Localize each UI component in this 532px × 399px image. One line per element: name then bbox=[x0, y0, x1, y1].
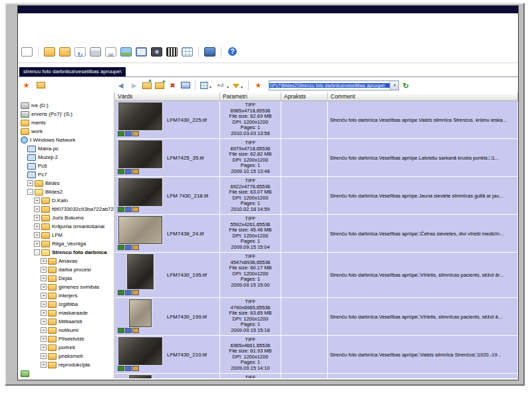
help-button[interactable] bbox=[226, 47, 239, 57]
expand-icon[interactable]: + bbox=[41, 284, 47, 290]
expand-icon[interactable]: + bbox=[34, 206, 40, 212]
expand-icon[interactable]: + bbox=[34, 241, 40, 247]
open-button[interactable] bbox=[43, 47, 56, 57]
tree-item[interactable]: +gimenes svinibas bbox=[19, 283, 114, 291]
expand-icon[interactable]: + bbox=[41, 319, 47, 325]
expand-icon[interactable]: + bbox=[41, 344, 47, 350]
print-button[interactable] bbox=[89, 47, 102, 57]
tree-item[interactable]: +darba procesi bbox=[19, 265, 114, 274]
expand-icon[interactable]: + bbox=[41, 327, 47, 333]
tree-item[interactable]: erveris (Pc7)' (S:) bbox=[19, 110, 114, 118]
back-button[interactable] bbox=[115, 80, 126, 90]
tree-item[interactable]: Pc6 bbox=[19, 162, 114, 170]
photo-thumbnail[interactable] bbox=[129, 299, 152, 327]
tree-item[interactable]: +Militaaristi bbox=[19, 317, 114, 326]
grid-button[interactable] bbox=[181, 47, 194, 57]
expand-icon[interactable]: + bbox=[41, 336, 47, 342]
photo-thumbnail[interactable] bbox=[127, 254, 154, 289]
tree-item[interactable]: ments bbox=[19, 118, 114, 127]
tree-item[interactable]: +interjers bbox=[19, 291, 114, 300]
tree-item[interactable]: +Pilseetvide bbox=[19, 334, 114, 343]
window-button[interactable] bbox=[203, 47, 216, 57]
tree-item[interactable]: +Bildes bbox=[19, 179, 114, 188]
slideshow-button[interactable] bbox=[180, 81, 191, 89]
tree-item[interactable]: +notikumi bbox=[19, 326, 114, 334]
expand-icon[interactable]: + bbox=[41, 275, 47, 281]
expand-icon[interactable]: + bbox=[34, 198, 40, 203]
export-button[interactable] bbox=[59, 47, 71, 57]
photo-thumbnail[interactable] bbox=[118, 140, 162, 168]
expand-icon[interactable]: + bbox=[34, 232, 40, 238]
forward-button[interactable] bbox=[128, 80, 140, 90]
favorites-button[interactable] bbox=[21, 80, 32, 90]
new-button[interactable] bbox=[21, 47, 33, 57]
folder-tab[interactable]: strencu foto darbniica\veseliibas apruup… bbox=[19, 67, 126, 76]
tree-item[interactable]: +maskaraade bbox=[19, 309, 114, 317]
file-row[interactable]: LFM7425_35.tifTIFF 6979x4718,65536 File … bbox=[115, 139, 518, 177]
up-button[interactable] bbox=[142, 80, 152, 90]
file-row[interactable]: TIFF 4547x6936,65536 bbox=[115, 374, 518, 378]
expand-icon[interactable]: + bbox=[41, 301, 47, 307]
expand-icon[interactable]: + bbox=[41, 362, 47, 368]
film-button[interactable] bbox=[166, 47, 178, 57]
file-row[interactable]: LFM7430_225.tifTIFF 6965x4718,65536 File… bbox=[115, 101, 518, 139]
tree-item[interactable]: +Riiga_Vecriiga bbox=[19, 239, 114, 248]
window-titlebar[interactable] bbox=[18, 6, 518, 13]
tree-item[interactable]: +Juris Bokums bbox=[19, 213, 114, 222]
column-header-vards[interactable]: Vārds bbox=[115, 92, 220, 100]
file-row[interactable]: LFM7430_210.tifTIFF 6965x4661,65536 File… bbox=[115, 336, 518, 374]
photo-thumbnail[interactable] bbox=[129, 375, 152, 378]
refresh-button[interactable] bbox=[74, 47, 86, 57]
tree-item[interactable]: +reprodukcijas bbox=[19, 360, 114, 369]
tree-item[interactable] bbox=[19, 369, 114, 378]
tree-item[interactable]: -Strencu foto darbnica bbox=[19, 248, 114, 257]
column-header-comment[interactable]: Comment bbox=[328, 92, 518, 100]
address-value[interactable]: \\Pc7\Bildes2\Strencu foto darbniica\ves… bbox=[269, 83, 390, 88]
tree-item[interactable]: work bbox=[19, 127, 114, 136]
expand-icon[interactable]: + bbox=[34, 215, 40, 221]
photo-thumbnail[interactable] bbox=[118, 337, 162, 365]
expand-icon[interactable]: + bbox=[41, 258, 47, 264]
tree-item[interactable]: Maira-pc bbox=[19, 144, 114, 153]
file-row[interactable]: LFM7438_24.tifTIFF 5592x4261,65536 File … bbox=[115, 215, 518, 253]
email-button[interactable] bbox=[104, 47, 117, 57]
address-dropdown-icon[interactable] bbox=[390, 81, 398, 90]
folders-button[interactable] bbox=[36, 81, 46, 89]
tree-item[interactable]: +portreti bbox=[19, 343, 114, 352]
expand-icon[interactable]: + bbox=[34, 223, 40, 229]
expand-icon[interactable]: + bbox=[41, 267, 47, 273]
collapse-icon[interactable]: - bbox=[27, 189, 33, 195]
file-row[interactable]: LFM7430_199.tifTIFF 4790x6965,65536 File… bbox=[115, 298, 518, 336]
filter-dropdown-button[interactable] bbox=[232, 78, 244, 92]
photo-thumbnail[interactable] bbox=[118, 178, 162, 206]
tree-item[interactable]: t Windows Network bbox=[19, 136, 114, 144]
tree-item[interactable]: ive (D:) bbox=[19, 101, 114, 110]
expand-icon[interactable]: + bbox=[27, 180, 33, 186]
expand-icon[interactable]: + bbox=[41, 293, 47, 299]
tree-item[interactable]: Muzeji-2 bbox=[19, 153, 114, 162]
collapse-icon[interactable]: - bbox=[34, 249, 40, 255]
column-header-apraksts[interactable]: Apraksts bbox=[281, 92, 328, 100]
tree-item[interactable]: +Ainavas bbox=[19, 257, 114, 265]
tree-item[interactable]: +prieksmeti bbox=[19, 352, 114, 360]
sort-dropdown-button[interactable] bbox=[215, 78, 230, 92]
address-combobox[interactable]: \\Pc7\Bildes2\Strencu foto darbniica\ves… bbox=[269, 80, 399, 90]
view-dropdown-button[interactable] bbox=[200, 78, 213, 92]
tree-item[interactable]: +Krājuma izmantošanai bbox=[19, 222, 114, 231]
image-button[interactable] bbox=[120, 47, 132, 57]
column-header-parametri[interactable]: Parametri bbox=[220, 92, 281, 100]
camera-button[interactable] bbox=[150, 47, 163, 57]
tree-item[interactable]: +D.Kaln bbox=[19, 196, 114, 205]
new-folder-button[interactable] bbox=[154, 80, 165, 90]
favorites-button[interactable] bbox=[253, 80, 264, 90]
tree-item[interactable]: +f6f0733032c93ba722ab72 bbox=[19, 205, 114, 213]
tree-item[interactable]: -Bildes2 bbox=[19, 188, 114, 196]
photo-thumbnail[interactable] bbox=[118, 216, 162, 244]
expand-icon[interactable]: + bbox=[41, 310, 47, 316]
file-row[interactable]: LFM 7430_218.tifTIFF 6922x4776,65536 Fil… bbox=[115, 177, 518, 215]
file-row[interactable]: LFM7430_195.tifTIFF 4547x6936,65536 File… bbox=[115, 253, 518, 298]
expand-icon[interactable]: + bbox=[41, 353, 47, 359]
delete-button[interactable] bbox=[167, 80, 178, 90]
monitor-button[interactable] bbox=[135, 47, 148, 57]
tree-item[interactable]: +LFM bbox=[19, 231, 114, 239]
